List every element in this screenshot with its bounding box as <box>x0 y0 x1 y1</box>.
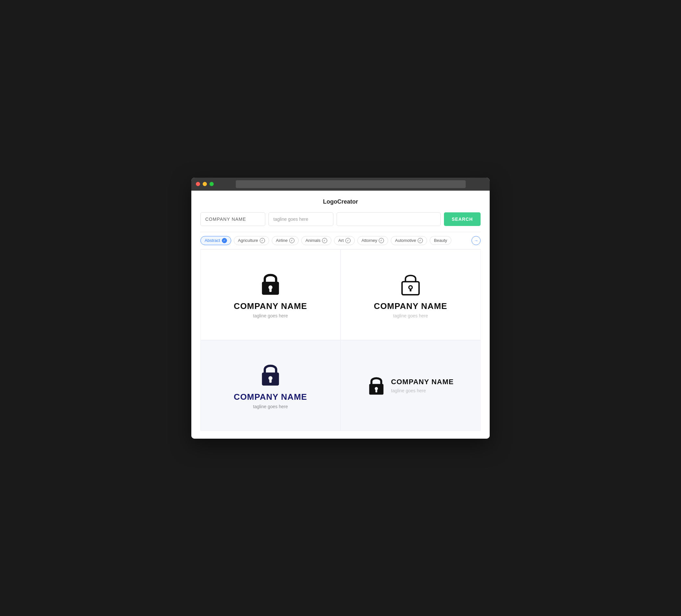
check-icon-airline: ✓ <box>289 238 295 243</box>
svg-rect-8 <box>270 379 272 383</box>
filter-label-beauty: Beauty <box>434 238 447 243</box>
text-group-4: COMPANY NAME tagline goes here <box>391 378 454 393</box>
lock-icon-4 <box>368 376 385 395</box>
filter-chip-beauty[interactable]: Beauty <box>430 236 451 245</box>
check-icon-agriculture: ✓ <box>260 238 265 243</box>
filter-label-agriculture: Agriculture <box>238 238 258 243</box>
svg-rect-3 <box>402 282 419 295</box>
tagline-1: tagline goes here <box>253 313 288 318</box>
traffic-light-green[interactable] <box>209 182 214 186</box>
filter-chip-attorney[interactable]: Attorney ✓ <box>357 236 388 245</box>
filter-label-art: Art <box>338 238 344 243</box>
tagline-3: tagline goes here <box>253 404 288 409</box>
filter-label-automotive: Automotive <box>395 238 416 243</box>
search-button[interactable]: SEARCH <box>444 212 481 226</box>
company-name-3: COMPANY NAME <box>234 392 307 402</box>
filter-next-arrow[interactable]: → <box>472 236 481 245</box>
lock-icon-2 <box>399 271 422 297</box>
check-icon-animals: ✓ <box>322 238 327 243</box>
filter-label-abstract: Abstract <box>205 238 220 243</box>
traffic-light-yellow[interactable] <box>203 182 207 186</box>
check-icon-abstract: ✓ <box>222 238 227 243</box>
logo-card-2[interactable]: COMPANY NAME tagline goes here <box>340 249 481 340</box>
extra-search-input[interactable] <box>336 212 441 226</box>
filter-label-attorney: Attorney <box>361 238 377 243</box>
logo-card-3[interactable]: COMPANY NAME tagline goes here <box>200 340 340 431</box>
svg-rect-5 <box>409 288 411 291</box>
company-name-2: COMPANY NAME <box>374 301 447 311</box>
app-title: LogoCreator <box>200 199 481 205</box>
company-name-input[interactable] <box>200 212 265 226</box>
svg-point-10 <box>375 387 378 390</box>
traffic-light-red[interactable] <box>196 182 200 186</box>
check-icon-automotive: ✓ <box>418 238 423 243</box>
check-icon-attorney: ✓ <box>379 238 384 243</box>
filter-chip-abstract[interactable]: Abstract ✓ <box>200 236 231 245</box>
logo-grid: COMPANY NAME tagline goes here COMPANY N… <box>200 249 481 431</box>
filter-chip-animals[interactable]: Animals ✓ <box>301 236 331 245</box>
company-name-1: COMPANY NAME <box>234 301 307 311</box>
check-icon-art: ✓ <box>345 238 351 243</box>
filter-label-airline: Airline <box>276 238 288 243</box>
app-content: LogoCreator SEARCH Abstract ✓ Agricultur… <box>191 190 490 439</box>
logo-card-4[interactable]: COMPANY NAME tagline goes here <box>340 340 481 431</box>
browser-window: LogoCreator SEARCH Abstract ✓ Agricultur… <box>191 178 490 439</box>
filter-chip-agriculture[interactable]: Agriculture ✓ <box>234 236 269 245</box>
filter-bar: Abstract ✓ Agriculture ✓ Airline ✓ Anima… <box>200 232 481 249</box>
filter-chip-automotive[interactable]: Automotive ✓ <box>391 236 427 245</box>
logo-card-1[interactable]: COMPANY NAME tagline goes here <box>200 249 340 340</box>
filter-chip-art[interactable]: Art ✓ <box>334 236 355 245</box>
lock-icon-3 <box>259 361 282 387</box>
lock-icon-1 <box>259 271 282 297</box>
browser-titlebar <box>191 178 490 190</box>
tagline-2: tagline goes here <box>393 313 428 318</box>
url-bar[interactable] <box>236 180 466 188</box>
tagline-input[interactable] <box>269 212 333 226</box>
search-bar: SEARCH <box>200 212 481 226</box>
filter-chip-airline[interactable]: Airline ✓ <box>272 236 299 245</box>
svg-rect-2 <box>270 288 272 292</box>
company-name-4: COMPANY NAME <box>391 378 454 386</box>
svg-rect-11 <box>376 390 377 392</box>
tagline-4: tagline goes here <box>391 388 454 393</box>
filter-label-animals: Animals <box>305 238 320 243</box>
